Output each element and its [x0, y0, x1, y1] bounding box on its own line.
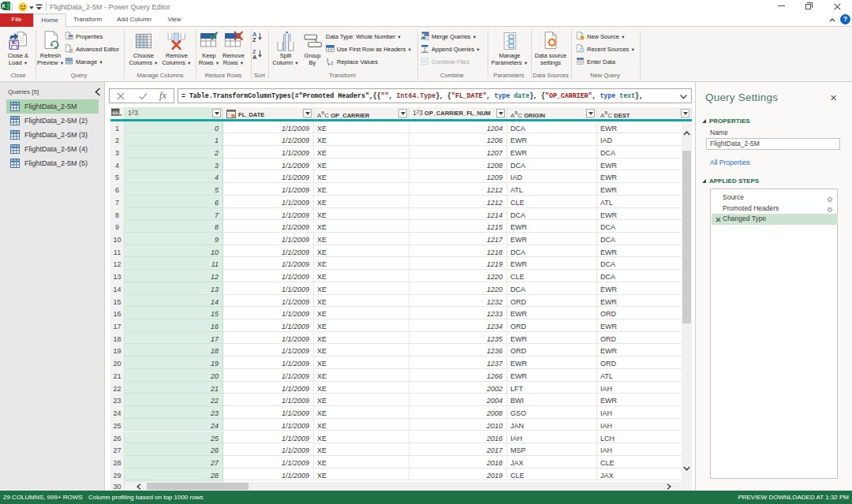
svg-text:Z: Z	[252, 36, 256, 42]
svg-text:2: 2	[331, 61, 333, 65]
svg-text:1: 1	[327, 58, 329, 62]
svg-text:A: A	[252, 54, 257, 59]
